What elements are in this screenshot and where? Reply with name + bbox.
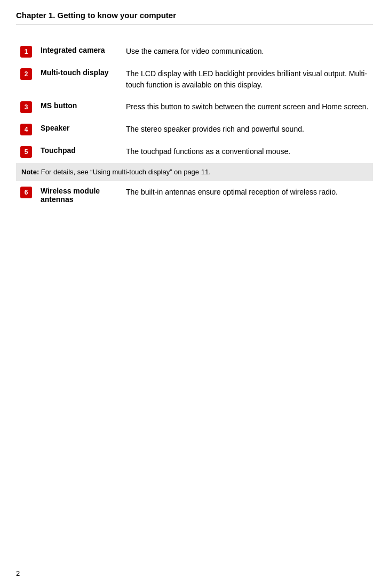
item-term: Speaker [36, 118, 122, 141]
item-term: Integrated camera [36, 41, 122, 63]
item-badge: 6 [20, 187, 32, 198]
item-description: Press this button to switch between the … [122, 96, 373, 118]
page-header: Chapter 1. Getting to know your computer [16, 11, 373, 25]
table-row: 5TouchpadThe touchpad functions as a con… [16, 141, 373, 163]
item-description: The touchpad functions as a conventional… [122, 141, 373, 163]
table-row: 3MS buttonPress this button to switch be… [16, 96, 373, 118]
item-term: Touchpad [36, 141, 122, 163]
item-description: The built-in antennas ensure optimal rec… [122, 181, 373, 209]
item-description: The stereo speaker provides rich and pow… [122, 118, 373, 141]
table-row: 2Multi-touch displayThe LCD display with… [16, 63, 373, 96]
table-row: 6Wireless module antennasThe built-in an… [16, 181, 373, 209]
page-number: 2 [16, 569, 20, 577]
item-badge: 2 [20, 68, 32, 80]
item-badge: 3 [20, 101, 32, 113]
note-row: Note: For details, see “Using multi-touc… [16, 163, 373, 181]
item-badge: 1 [20, 46, 32, 58]
item-term: Wireless module antennas [36, 181, 122, 209]
chapter-title: Chapter 1. Getting to know your computer [16, 11, 176, 20]
table-row: 4SpeakerThe stereo speaker provides rich… [16, 118, 373, 141]
item-term: MS button [36, 96, 122, 118]
table-row: 1Integrated cameraUse the camera for vid… [16, 41, 373, 63]
item-term: Multi-touch display [36, 63, 122, 96]
note-text: For details, see “Using multi-touch disp… [39, 168, 211, 176]
item-description: The LCD display with LED backlight provi… [122, 63, 373, 96]
content-table: 1Integrated cameraUse the camera for vid… [16, 41, 373, 209]
note-content: Note: For details, see “Using multi-touc… [16, 163, 373, 181]
item-badge: 5 [20, 146, 32, 158]
item-badge: 4 [20, 124, 32, 135]
item-description: Use the camera for video communication. [122, 41, 373, 63]
note-label: Note: [21, 168, 39, 176]
